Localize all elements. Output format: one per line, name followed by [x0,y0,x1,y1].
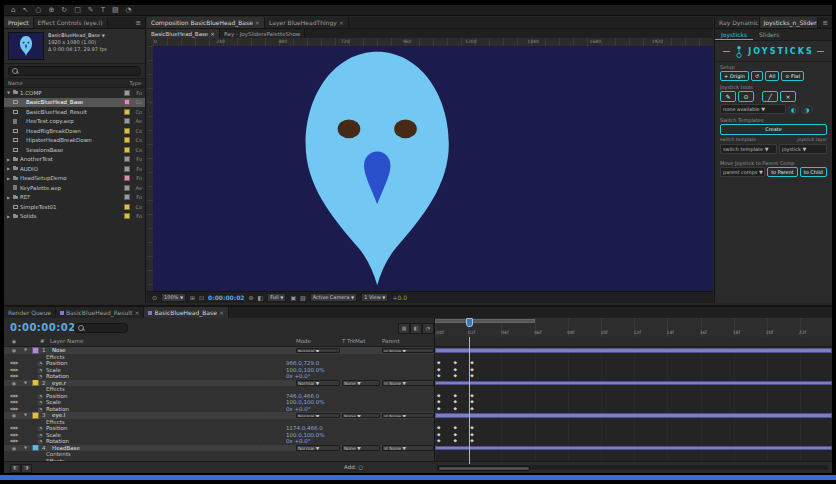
label-color-chip[interactable] [124,109,130,115]
add-point-icon[interactable]: ⊙ [738,91,754,102]
composition-flowchart-icon[interactable]: ▦ [398,323,410,334]
trkmat-dropdown[interactable] [342,348,380,354]
comp-canvas[interactable] [153,46,713,291]
view-layout-dropdown[interactable]: 1 View ▼ [361,293,388,302]
column-index[interactable]: # [40,337,50,346]
scrollbar-thumb[interactable] [438,466,530,471]
label-color-chip[interactable] [124,166,130,172]
blend-mode-dropdown[interactable]: Normal ▼ [296,445,340,451]
orbit-tool-icon[interactable]: ⊕ [48,6,54,15]
zoom-dropdown[interactable]: 100% ▼ [161,293,186,302]
project-item[interactable]: ▶AUDIOFo [4,164,145,174]
timeline-search-input[interactable] [74,323,128,333]
viewer-timecode[interactable]: 0:00:00:02 [208,294,244,301]
origin-button[interactable]: + Origin [720,71,749,81]
mask-visibility-icon[interactable]: ⊡ [199,293,204,303]
playhead-handle[interactable] [466,318,473,327]
home-icon[interactable]: ⌂ [11,6,15,15]
tab-render-queue[interactable]: Render Queue [4,307,56,318]
column-type[interactable]: Type [130,80,141,86]
blend-mode-dropdown[interactable]: Normal ▼ [296,348,340,354]
shape-tool-icon[interactable]: □ [74,6,81,15]
project-item[interactable]: ▶HeadSetupDemoFo [4,174,145,184]
create-button[interactable]: Create [720,124,827,135]
selection-tool-icon[interactable]: ↖ [22,6,28,15]
label-color-chip[interactable] [124,213,130,219]
parent-comps-dropdown[interactable]: parent comps ▼ [720,167,765,177]
transparency-grid-icon[interactable]: ▨ [300,293,306,303]
panel-menu-icon[interactable]: ≡ [818,17,832,28]
parent-link-dropdown[interactable]: ◎ None ▼ [382,445,434,451]
tab-comp-base[interactable]: BasicBlueHead_Base× [144,307,229,318]
type-tool-icon[interactable]: T [101,6,105,15]
project-item[interactable]: BasicBlueHead_BaseCo [4,98,145,108]
label-color-chip[interactable] [124,118,130,124]
tab-sliders[interactable]: Sliders [753,29,785,40]
exposure-value[interactable]: +0.0 [392,293,407,303]
pen-tool-icon[interactable]: ✎ [88,6,94,15]
playhead-line[interactable] [469,337,470,464]
to-child-button[interactable]: to Child [800,167,827,177]
grid-guides-icon[interactable]: ⊞ [190,293,195,303]
delete-tool-icon[interactable]: × [780,91,796,102]
reset-button[interactable]: ↺ [751,71,763,81]
region-of-interest-icon[interactable]: ▣ [290,293,296,303]
project-item[interactable]: BasicBlueHead_ResultCo [4,107,145,117]
toggle-right-icon[interactable]: ◑ [801,105,812,114]
puppet-tool-icon[interactable]: ◔ [126,6,132,15]
snapshot-icon[interactable]: ⊚ [248,293,253,303]
camera-dropdown[interactable]: Active Camera ▼ [310,293,357,302]
close-icon[interactable]: × [134,309,139,316]
rotation-tool-icon[interactable]: ↻ [61,6,67,15]
toggle-left-icon[interactable]: ◐ [788,105,799,114]
project-item[interactable]: HipsterHeadBreakDownCo [4,136,145,146]
to-parent-button[interactable]: to Parent [767,167,798,177]
label-color-chip[interactable] [124,137,130,143]
chevron-down-icon[interactable]: ▼ [102,33,105,38]
brush-tool-icon[interactable]: ▨ [112,6,119,15]
tab-layer[interactable]: Layer BlueHeadThingy× [265,17,349,28]
layer-duration-bar[interactable] [435,348,832,353]
project-item[interactable]: HeadRigBreakDownCo [4,126,145,136]
layer-duration-bar[interactable] [435,413,832,418]
project-item[interactable]: ▶SolidsFo [4,212,145,222]
tab-composition[interactable]: Composition BasicBlueHead_Base× [147,17,265,28]
parent-link-dropdown[interactable]: ◎ None ▼ [382,380,434,386]
all-button[interactable]: All [765,71,779,81]
current-timecode[interactable]: 0:00:00:02 [10,322,76,333]
column-parent[interactable]: Parent [382,337,434,346]
label-color-chip[interactable] [124,90,130,96]
close-icon[interactable]: × [210,31,215,37]
trkmat-dropdown[interactable]: None ▼ [342,413,380,419]
label-color-chip[interactable] [124,185,130,191]
blend-mode-dropdown[interactable]: Normal ▼ [296,413,340,419]
expand-modes-icon[interactable]: ◨ [21,464,32,473]
column-name[interactable]: Name [8,80,130,86]
magnify-icon[interactable]: ⊙ [152,293,157,303]
label-color-chip[interactable] [124,147,130,153]
joystick-layer-dropdown[interactable]: joystick ▼ [779,144,827,154]
layer-duration-bar[interactable] [435,446,832,451]
blend-mode-dropdown[interactable]: Normal ▼ [296,380,340,386]
column-trkmat[interactable]: T TrkMat [342,337,382,346]
project-item[interactable]: HeeTest.copy.aepAe [4,117,145,127]
horizontal-scrollbar[interactable] [436,465,828,470]
label-color-chip[interactable] [124,194,130,200]
panel-menu-icon[interactable]: ≡ [131,17,145,28]
tab-effect-controls[interactable]: Effect Controls (eye.l) [34,17,108,28]
trkmat-dropdown[interactable]: None ▼ [342,445,380,451]
close-icon[interactable]: × [255,19,260,26]
resolution-dropdown[interactable]: Full ▼ [267,293,286,302]
column-layer-name[interactable]: Layer Name [50,337,250,346]
tab-joysticks-n-sliders[interactable]: Joysticks_n_Sliders_v1.0b7 [760,17,819,28]
label-color-chip[interactable] [124,156,130,162]
add-property-label[interactable]: Add: ○ [344,464,363,470]
close-icon[interactable]: × [339,19,344,26]
project-item[interactable]: SimpleTest01Co [4,202,145,212]
tab-comp-result[interactable]: BasicBlueHead_Result× [56,307,144,318]
expand-transform-icon[interactable]: ◧ [10,464,21,473]
label-color-chip[interactable] [124,99,130,105]
tab-joysticks[interactable]: Joysticks [715,29,753,40]
label-color-chip[interactable] [124,175,130,181]
timeline-ruler[interactable]: :00f02f04f06f08f10f12f14f16f18f20f22f [434,318,832,337]
